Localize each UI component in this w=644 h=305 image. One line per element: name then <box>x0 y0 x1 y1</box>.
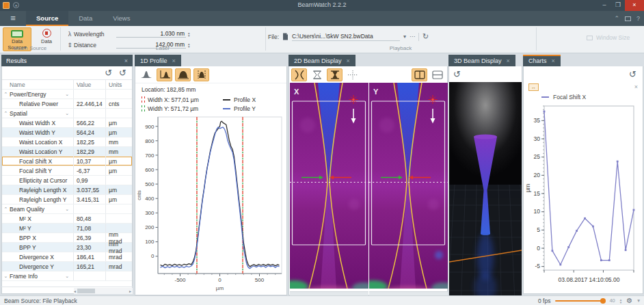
minimize-button[interactable]: – <box>598 0 611 11</box>
table-row[interactable]: Rayleigh Length Y3.415,31µm <box>2 195 132 204</box>
tab-3d-beam-display[interactable]: 3D Beam Display × <box>448 55 515 66</box>
hourglass-outline-button[interactable] <box>309 68 325 81</box>
tab-close-icon[interactable]: × <box>172 57 176 64</box>
reset-chart-icon[interactable]: ↺ <box>629 70 636 79</box>
beam-3d-svg[interactable] <box>449 82 522 295</box>
fps-stepper[interactable]: ▴▾ <box>620 298 622 304</box>
table-group-row[interactable]: ⌃Power/Energy⌄ <box>2 90 132 99</box>
row-value: 566,22 <box>73 118 105 127</box>
focal-chart-svg[interactable]: -505101520253035µm03.08.2017 14:10:05.00 <box>524 102 643 285</box>
chevron-up-icon[interactable]: ⌃ <box>2 207 10 212</box>
table-row[interactable]: M² X80,48 <box>2 214 132 224</box>
chart-close-icon[interactable]: × <box>634 83 638 90</box>
results-close-icon[interactable]: × <box>124 57 128 64</box>
hourglass-filled-button[interactable] <box>327 68 343 81</box>
beam-view-y-container: Y <box>369 83 448 298</box>
chevron-up-icon[interactable]: ⌃ <box>2 111 10 116</box>
results-hscrollbar[interactable]: ◂ ▸ <box>1 287 133 294</box>
table-group-row[interactable]: ⌄Frame Info⌄ <box>2 271 132 281</box>
table-row[interactable]: Rayleigh Length X3.037,55µm <box>2 185 132 195</box>
wavelength-field[interactable]: 1.030 nm <box>116 30 186 38</box>
row-units: µm <box>105 185 132 194</box>
tab-source[interactable]: Source <box>26 11 68 26</box>
table-row[interactable]: BPP Y23,30mm mrad <box>2 243 132 252</box>
tab-2d-beam-display[interactable]: 2D Beam Display × <box>289 55 355 66</box>
profile-mode-width-button[interactable] <box>193 68 209 81</box>
svg-text:5: 5 <box>537 226 540 233</box>
file-path-field[interactable]: C:\Users\ni...\5kW SN2.bwData <box>292 33 400 41</box>
tab-close-icon[interactable]: × <box>552 57 555 64</box>
width-x-marker-icon <box>142 96 145 103</box>
profile-mode-axes-button[interactable] <box>157 68 172 81</box>
restore-button[interactable]: ❐ <box>611 0 625 11</box>
gear-dropdown-icon[interactable]: ▾ <box>637 297 640 304</box>
table-group-row[interactable]: ⌃Beam Quality⌄ <box>2 204 132 214</box>
beam-3d-toolbar: ↺ <box>449 66 522 82</box>
group-collapse-icon[interactable]: ⌄ <box>65 274 73 279</box>
split-horizontal-button[interactable] <box>429 68 445 81</box>
table-row[interactable]: Relative Power22.446,14cnts <box>2 99 132 109</box>
table-row[interactable]: Divergence X186,41mrad <box>2 252 132 262</box>
caustic-lines-button[interactable] <box>291 68 307 81</box>
tab-close-icon[interactable]: × <box>507 57 510 64</box>
chevron-down-icon[interactable]: ⌄ <box>2 274 10 279</box>
scroll-thumb[interactable] <box>77 289 95 293</box>
table-group-row[interactable]: ⌃Spatial⌄ <box>2 109 132 118</box>
table-row[interactable]: Divergence Y165,21mrad <box>2 262 132 271</box>
table-row[interactable]: Ellipticity at Cursor0,99 <box>2 176 132 185</box>
help-icon[interactable]: ? <box>636 15 640 22</box>
window-icon[interactable] <box>625 16 631 21</box>
tab-charts[interactable]: Charts × <box>523 55 561 66</box>
main-area: Results × ↺ ↺ Name Value Units ⌃Power/En… <box>0 53 644 295</box>
table-row[interactable]: Waist Location X182,25mm <box>2 137 132 147</box>
scroll-left-icon[interactable]: ◂ <box>74 289 76 293</box>
tab-1d-profile[interactable]: 1D Profile × <box>135 55 181 66</box>
profile-location: Location: 182,85 mm <box>142 86 286 95</box>
group-collapse-icon[interactable]: ⌄ <box>65 92 73 97</box>
row-name: M² Y <box>10 225 73 232</box>
reload-file-icon[interactable]: ↻ <box>422 32 429 41</box>
browse-ellipsis-button[interactable]: ⋯ <box>410 34 415 40</box>
close-button[interactable]: × <box>625 0 644 11</box>
svg-text:-500: -500 <box>174 277 186 283</box>
group-collapse-icon[interactable]: ⌄ <box>65 111 73 116</box>
fit-range-icon[interactable]: ↔ <box>528 83 539 91</box>
table-row[interactable]: Waist Width Y564,24µm <box>2 128 132 137</box>
focal-shift-chart[interactable]: -505101520253035µm03.08.2017 14:10:05.00 <box>524 102 643 288</box>
table-row[interactable]: Waist Location Y182,29mm <box>2 147 132 157</box>
table-row[interactable]: Focal Shift X10,37µm <box>2 157 132 166</box>
reset-view-icon[interactable]: ↺ <box>453 70 461 79</box>
beam-2d-y-view[interactable]: Y <box>369 83 448 289</box>
profile-mode-dome-button[interactable] <box>175 68 191 81</box>
row-units: µm <box>105 157 132 165</box>
crosshair-button[interactable] <box>345 68 360 81</box>
row-value: 3.037,55 <box>73 185 105 194</box>
fps-slider-handle[interactable] <box>600 298 606 304</box>
chevron-up-icon[interactable]: ⌃ <box>2 92 10 97</box>
wavelength-stepper[interactable]: ▴▾ <box>186 31 192 37</box>
file-dropdown-icon[interactable]: ▾ <box>403 34 406 40</box>
table-row[interactable]: Waist Width X566,22µm <box>2 118 132 128</box>
scroll-right-icon[interactable]: ▸ <box>129 289 133 293</box>
profile-mode-plain-button[interactable] <box>138 68 154 81</box>
beam-2d-x-view[interactable]: X <box>290 83 368 289</box>
menu-icon[interactable]: ≡ <box>0 11 26 26</box>
reset-icon[interactable]: ↺ <box>105 68 112 77</box>
profile-chart[interactable]: 0100200300400500600700800900-5000500cnts… <box>135 113 286 295</box>
beam-3d-view[interactable] <box>449 82 522 298</box>
group-collapse-icon[interactable]: ⌄ <box>65 207 73 212</box>
results-table-body: ⌃Power/Energy⌄Relative Power22.446,14cnt… <box>2 90 132 281</box>
split-vertical-button[interactable] <box>412 68 427 81</box>
tab-views[interactable]: Views <box>103 11 140 26</box>
gear-icon[interactable]: ⚙ <box>626 297 632 304</box>
fps-slider[interactable] <box>555 300 604 302</box>
row-name: BPP X <box>10 235 73 241</box>
row-value: 182,29 <box>73 147 105 156</box>
collapse-ribbon-icon[interactable]: ⌃ <box>614 15 619 22</box>
table-row[interactable]: Focal Shift Y-6,37µm <box>2 166 132 176</box>
row-units <box>105 109 132 118</box>
profile-chart-svg[interactable]: 0100200300400500600700800900-5000500cnts… <box>135 113 286 292</box>
tab-close-icon[interactable]: × <box>347 57 350 64</box>
tab-data[interactable]: Data <box>68 11 103 26</box>
reset-all-icon[interactable]: ↺ <box>119 68 126 77</box>
